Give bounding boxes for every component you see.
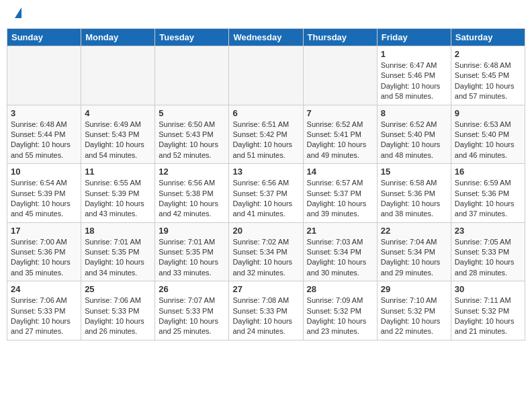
calendar-cell: 25Sunrise: 7:06 AM Sunset: 5:33 PM Dayli… [81, 281, 155, 340]
day-info: Sunrise: 6:51 AM Sunset: 5:42 PM Dayligh… [232, 120, 299, 161]
calendar-week-row: 10Sunrise: 6:54 AM Sunset: 5:39 PM Dayli… [7, 164, 525, 223]
day-number: 29 [381, 284, 447, 294]
calendar-cell: 23Sunrise: 7:05 AM Sunset: 5:33 PM Dayli… [451, 222, 525, 281]
calendar-day-header: Monday [81, 29, 155, 46]
calendar-day-header: Tuesday [155, 29, 229, 46]
day-number: 4 [85, 108, 151, 118]
calendar-cell [229, 46, 303, 105]
day-info: Sunrise: 7:00 AM Sunset: 5:36 PM Dayligh… [11, 237, 77, 279]
logo [13, 10, 21, 18]
day-info: Sunrise: 7:05 AM Sunset: 5:33 PM Dayligh… [455, 237, 521, 279]
calendar-cell: 19Sunrise: 7:01 AM Sunset: 5:35 PM Dayli… [155, 222, 229, 281]
calendar-cell: 13Sunrise: 6:56 AM Sunset: 5:37 PM Dayli… [229, 164, 303, 223]
day-number: 14 [307, 167, 373, 177]
day-number: 2 [455, 49, 521, 59]
day-number: 24 [11, 284, 77, 294]
calendar-cell [7, 46, 81, 105]
calendar-week-row: 1Sunrise: 6:47 AM Sunset: 5:46 PM Daylig… [7, 46, 525, 105]
day-info: Sunrise: 7:06 AM Sunset: 5:33 PM Dayligh… [11, 295, 77, 337]
day-info: Sunrise: 6:57 AM Sunset: 5:37 PM Dayligh… [307, 178, 373, 220]
day-info: Sunrise: 6:55 AM Sunset: 5:39 PM Dayligh… [85, 178, 151, 220]
calendar-cell: 18Sunrise: 7:01 AM Sunset: 5:35 PM Dayli… [81, 222, 155, 281]
calendar-cell: 26Sunrise: 7:07 AM Sunset: 5:33 PM Dayli… [155, 281, 229, 340]
day-number: 18 [85, 226, 151, 236]
calendar-cell: 7Sunrise: 6:52 AM Sunset: 5:41 PM Daylig… [303, 105, 377, 164]
logo-triangle-icon [15, 7, 21, 18]
day-info: Sunrise: 6:58 AM Sunset: 5:36 PM Dayligh… [381, 178, 447, 220]
calendar-cell [303, 46, 377, 105]
calendar-cell: 2Sunrise: 6:48 AM Sunset: 5:45 PM Daylig… [451, 46, 525, 105]
day-info: Sunrise: 6:52 AM Sunset: 5:41 PM Dayligh… [307, 120, 373, 161]
calendar-cell: 11Sunrise: 6:55 AM Sunset: 5:39 PM Dayli… [81, 164, 155, 223]
calendar-cell: 22Sunrise: 7:04 AM Sunset: 5:34 PM Dayli… [377, 222, 451, 281]
day-info: Sunrise: 6:53 AM Sunset: 5:40 PM Dayligh… [455, 120, 521, 161]
calendar-cell: 8Sunrise: 6:52 AM Sunset: 5:40 PM Daylig… [377, 105, 451, 164]
calendar-week-row: 24Sunrise: 7:06 AM Sunset: 5:33 PM Dayli… [7, 281, 525, 340]
calendar-week-row: 17Sunrise: 7:00 AM Sunset: 5:36 PM Dayli… [7, 222, 525, 281]
day-info: Sunrise: 7:03 AM Sunset: 5:34 PM Dayligh… [307, 237, 373, 279]
calendar-cell: 21Sunrise: 7:03 AM Sunset: 5:34 PM Dayli… [303, 222, 377, 281]
calendar-day-header: Thursday [303, 29, 377, 46]
calendar-cell: 27Sunrise: 7:08 AM Sunset: 5:33 PM Dayli… [229, 281, 303, 340]
calendar-cell: 29Sunrise: 7:10 AM Sunset: 5:32 PM Dayli… [377, 281, 451, 340]
day-number: 11 [85, 167, 151, 177]
day-number: 23 [455, 226, 521, 236]
day-number: 12 [159, 167, 225, 177]
calendar-cell: 5Sunrise: 6:50 AM Sunset: 5:43 PM Daylig… [155, 105, 229, 164]
calendar-cell: 30Sunrise: 7:11 AM Sunset: 5:32 PM Dayli… [451, 281, 525, 340]
day-number: 13 [232, 167, 299, 177]
day-number: 21 [307, 226, 373, 236]
day-number: 20 [232, 226, 299, 236]
calendar-table: SundayMondayTuesdayWednesdayThursdayFrid… [7, 28, 525, 340]
day-info: Sunrise: 6:56 AM Sunset: 5:37 PM Dayligh… [232, 178, 299, 220]
calendar-header-row: SundayMondayTuesdayWednesdayThursdayFrid… [7, 29, 525, 46]
day-info: Sunrise: 7:01 AM Sunset: 5:35 PM Dayligh… [85, 237, 151, 279]
day-info: Sunrise: 6:59 AM Sunset: 5:36 PM Dayligh… [455, 178, 521, 220]
day-number: 25 [85, 284, 151, 294]
day-number: 22 [381, 226, 447, 236]
day-info: Sunrise: 6:54 AM Sunset: 5:39 PM Dayligh… [11, 178, 77, 220]
day-number: 16 [455, 167, 521, 177]
calendar-cell: 1Sunrise: 6:47 AM Sunset: 5:46 PM Daylig… [377, 46, 451, 105]
day-info: Sunrise: 6:48 AM Sunset: 5:44 PM Dayligh… [11, 120, 77, 161]
calendar-cell: 12Sunrise: 6:56 AM Sunset: 5:38 PM Dayli… [155, 164, 229, 223]
day-number: 27 [232, 284, 299, 294]
day-number: 9 [455, 108, 521, 118]
day-info: Sunrise: 6:48 AM Sunset: 5:45 PM Dayligh… [455, 60, 521, 102]
day-info: Sunrise: 6:49 AM Sunset: 5:43 PM Dayligh… [85, 120, 151, 161]
calendar-day-header: Saturday [451, 29, 525, 46]
day-number: 6 [232, 108, 299, 118]
day-info: Sunrise: 6:50 AM Sunset: 5:43 PM Dayligh… [159, 120, 225, 161]
day-info: Sunrise: 7:06 AM Sunset: 5:33 PM Dayligh… [85, 295, 151, 337]
calendar-cell: 14Sunrise: 6:57 AM Sunset: 5:37 PM Dayli… [303, 164, 377, 223]
day-number: 30 [455, 284, 521, 294]
day-number: 28 [307, 284, 373, 294]
calendar-cell [155, 46, 229, 105]
calendar-cell: 20Sunrise: 7:02 AM Sunset: 5:34 PM Dayli… [229, 222, 303, 281]
calendar-body: 1Sunrise: 6:47 AM Sunset: 5:46 PM Daylig… [7, 46, 525, 340]
calendar-cell: 15Sunrise: 6:58 AM Sunset: 5:36 PM Dayli… [377, 164, 451, 223]
day-info: Sunrise: 6:47 AM Sunset: 5:46 PM Dayligh… [381, 60, 447, 102]
day-info: Sunrise: 7:11 AM Sunset: 5:32 PM Dayligh… [455, 295, 521, 337]
day-info: Sunrise: 7:02 AM Sunset: 5:34 PM Dayligh… [232, 237, 299, 279]
day-number: 5 [159, 108, 225, 118]
calendar-week-row: 3Sunrise: 6:48 AM Sunset: 5:44 PM Daylig… [7, 105, 525, 164]
day-info: Sunrise: 7:08 AM Sunset: 5:33 PM Dayligh… [232, 295, 299, 337]
calendar-cell: 24Sunrise: 7:06 AM Sunset: 5:33 PM Dayli… [7, 281, 81, 340]
calendar-cell: 17Sunrise: 7:00 AM Sunset: 5:36 PM Dayli… [7, 222, 81, 281]
calendar-cell: 4Sunrise: 6:49 AM Sunset: 5:43 PM Daylig… [81, 105, 155, 164]
calendar-day-header: Friday [377, 29, 451, 46]
day-info: Sunrise: 7:07 AM Sunset: 5:33 PM Dayligh… [159, 295, 225, 337]
day-info: Sunrise: 7:10 AM Sunset: 5:32 PM Dayligh… [381, 295, 447, 337]
day-info: Sunrise: 7:09 AM Sunset: 5:32 PM Dayligh… [307, 295, 373, 337]
day-number: 26 [159, 284, 225, 294]
day-number: 19 [159, 226, 225, 236]
calendar-cell: 28Sunrise: 7:09 AM Sunset: 5:32 PM Dayli… [303, 281, 377, 340]
day-number: 7 [307, 108, 373, 118]
day-info: Sunrise: 7:01 AM Sunset: 5:35 PM Dayligh… [159, 237, 225, 279]
calendar-cell [81, 46, 155, 105]
day-info: Sunrise: 6:52 AM Sunset: 5:40 PM Dayligh… [381, 120, 447, 161]
day-number: 17 [11, 226, 77, 236]
calendar-day-header: Wednesday [229, 29, 303, 46]
calendar-cell: 9Sunrise: 6:53 AM Sunset: 5:40 PM Daylig… [451, 105, 525, 164]
